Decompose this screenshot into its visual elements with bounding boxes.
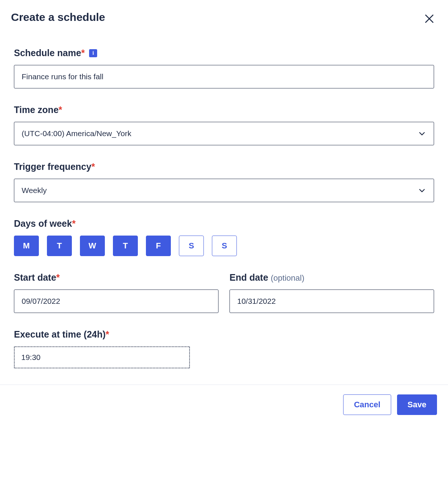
label-text: End date bbox=[229, 272, 268, 283]
close-icon bbox=[424, 13, 435, 24]
dialog-header: Create a schedule bbox=[11, 11, 437, 26]
day-btn-wed[interactable]: W bbox=[80, 236, 105, 256]
days-of-week-field: Days of week* M T W T F S S bbox=[14, 218, 434, 256]
label-text: Time zone bbox=[14, 105, 59, 115]
save-button[interactable]: Save bbox=[397, 394, 437, 415]
days-of-week-label: Days of week* bbox=[14, 218, 76, 229]
label-text: Trigger frequency bbox=[14, 161, 91, 172]
field-label-row: Execute at time (24h)* bbox=[14, 329, 434, 340]
start-date-input[interactable] bbox=[14, 289, 219, 313]
day-btn-fri[interactable]: F bbox=[146, 236, 171, 256]
trigger-frequency-select-wrap: Weekly bbox=[14, 179, 434, 202]
field-label-row: Start date* bbox=[14, 272, 219, 283]
start-date-label: Start date* bbox=[14, 272, 60, 283]
timezone-value: (UTC-04:00) America/New_York bbox=[22, 129, 131, 138]
field-label-row: End date (optional) bbox=[229, 272, 434, 283]
trigger-frequency-select[interactable]: Weekly bbox=[14, 179, 434, 202]
required-asterisk: * bbox=[106, 329, 109, 339]
required-asterisk: * bbox=[59, 105, 62, 115]
timezone-select-wrap: (UTC-04:00) America/New_York bbox=[14, 122, 434, 145]
schedule-name-label: Schedule name* bbox=[14, 48, 85, 58]
field-label-row: Schedule name* i bbox=[14, 48, 434, 58]
dialog-title: Create a schedule bbox=[11, 11, 105, 23]
trigger-frequency-field: Trigger frequency* Weekly bbox=[14, 161, 434, 202]
days-row: M T W T F S S bbox=[14, 236, 434, 256]
end-date-label: End date (optional) bbox=[229, 272, 304, 283]
required-asterisk: * bbox=[56, 272, 60, 283]
day-btn-sat[interactable]: S bbox=[179, 236, 204, 256]
schedule-name-field: Schedule name* i bbox=[14, 48, 434, 88]
required-asterisk: * bbox=[81, 48, 85, 58]
day-btn-mon[interactable]: M bbox=[14, 236, 39, 256]
end-date-field: End date (optional) bbox=[229, 272, 434, 313]
dialog-footer: Cancel Save bbox=[0, 385, 448, 426]
required-asterisk: * bbox=[72, 218, 76, 229]
timezone-field: Time zone* (UTC-04:00) America/New_York bbox=[14, 105, 434, 145]
trigger-frequency-label: Trigger frequency* bbox=[14, 161, 95, 172]
close-button[interactable] bbox=[422, 12, 436, 26]
field-label-row: Trigger frequency* bbox=[14, 161, 434, 172]
label-text: Execute at time (24h) bbox=[14, 329, 106, 339]
create-schedule-dialog: Create a schedule Schedule name* i bbox=[0, 0, 448, 368]
schedule-name-input[interactable] bbox=[14, 65, 434, 88]
timezone-label: Time zone* bbox=[14, 105, 62, 115]
field-label-row: Days of week* bbox=[14, 218, 434, 229]
timezone-select[interactable]: (UTC-04:00) America/New_York bbox=[14, 122, 434, 145]
execute-time-label: Execute at time (24h)* bbox=[14, 329, 109, 340]
end-date-input[interactable] bbox=[229, 289, 434, 313]
trigger-frequency-value: Weekly bbox=[22, 186, 47, 194]
day-btn-sun[interactable]: S bbox=[212, 236, 237, 256]
execute-time-field: Execute at time (24h)* bbox=[14, 329, 434, 368]
form-body: Schedule name* i Time zone* (UTC-04:00) … bbox=[11, 48, 437, 368]
day-btn-tue[interactable]: T bbox=[47, 236, 72, 256]
optional-hint: (optional) bbox=[271, 273, 305, 283]
label-text: Days of week bbox=[14, 218, 72, 229]
label-text: Schedule name bbox=[14, 48, 81, 58]
label-text: Start date bbox=[14, 272, 56, 283]
field-label-row: Time zone* bbox=[14, 105, 434, 115]
date-row: Start date* End date (optional) bbox=[14, 272, 434, 313]
execute-time-input[interactable] bbox=[14, 346, 190, 368]
start-date-field: Start date* bbox=[14, 272, 219, 313]
info-icon[interactable]: i bbox=[89, 49, 97, 57]
day-btn-thu[interactable]: T bbox=[113, 236, 138, 256]
cancel-button[interactable]: Cancel bbox=[343, 394, 391, 415]
required-asterisk: * bbox=[91, 161, 95, 172]
